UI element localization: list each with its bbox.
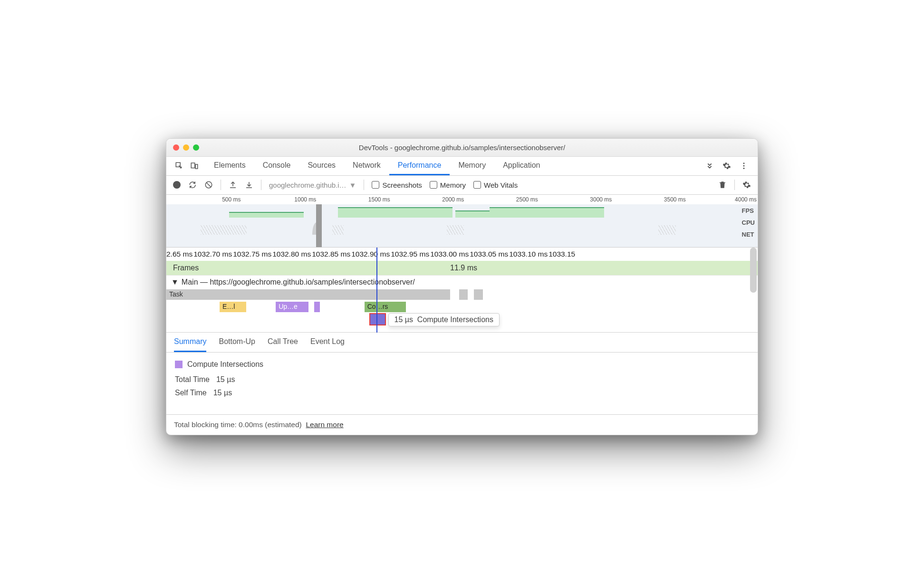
tab-call-tree[interactable]: Call Tree: [268, 337, 298, 352]
tab-network[interactable]: Network: [344, 157, 389, 175]
panel-tabs: Elements Console Sources Network Perform…: [166, 157, 758, 176]
task-bar[interactable]: [474, 289, 483, 300]
frames-lane[interactable]: Frames 11.9 ms: [166, 261, 758, 275]
playhead[interactable]: [376, 248, 377, 333]
task-bar[interactable]: [459, 289, 468, 300]
svg-rect-2: [195, 164, 198, 169]
page-selector[interactable]: googlechrome.github.i… ▼: [269, 181, 356, 189]
fps-lane: [166, 207, 739, 218]
svg-point-3: [743, 162, 745, 164]
gear-icon[interactable]: [722, 162, 731, 170]
window-title: DevTools - googlechrome.github.io/sample…: [166, 143, 758, 152]
flame-event-purple[interactable]: Up…e: [276, 302, 308, 312]
fps-label: FPS: [742, 207, 755, 214]
scrollbar[interactable]: [750, 248, 757, 293]
cpu-label: CPU: [742, 219, 755, 226]
footer: Total blocking time: 0.00ms (estimated) …: [166, 414, 758, 435]
tab-sources[interactable]: Sources: [299, 157, 344, 175]
more-tabs-icon[interactable]: [705, 162, 714, 170]
main-thread-header[interactable]: ▼ Main — https://googlechrome.github.io/…: [166, 275, 758, 289]
memory-checkbox[interactable]: Memory: [430, 181, 466, 189]
blocking-time-text: Total blocking time: 0.00ms (estimated): [174, 420, 302, 429]
flame-event-green[interactable]: Co…rs: [365, 302, 406, 312]
summary-panel: Compute Intersections Total Time15 µs Se…: [166, 353, 758, 414]
zoom-window-button[interactable]: [193, 144, 199, 151]
titlebar[interactable]: DevTools - googlechrome.github.io/sample…: [166, 139, 758, 157]
minimize-window-button[interactable]: [183, 144, 189, 151]
self-time-label: Self Time: [175, 389, 207, 397]
inspect-element-icon[interactable]: [175, 162, 183, 170]
download-icon[interactable]: [245, 181, 253, 189]
detail-tabs: Summary Bottom-Up Call Tree Event Log: [166, 333, 758, 353]
total-time-label: Total Time: [175, 375, 210, 384]
performance-toolbar: googlechrome.github.i… ▼ Screenshots Mem…: [166, 176, 758, 195]
frame-duration: 11.9 ms: [450, 264, 477, 272]
svg-rect-1: [191, 163, 195, 168]
svg-point-4: [743, 165, 745, 167]
close-window-button[interactable]: [173, 144, 179, 151]
total-time-value: 15 µs: [216, 375, 235, 384]
web-vitals-checkbox[interactable]: Web Vitals: [473, 181, 518, 189]
device-toolbar-icon[interactable]: [190, 162, 199, 170]
devtools-window: DevTools - googlechrome.github.io/sample…: [166, 138, 758, 435]
tab-summary[interactable]: Summary: [174, 337, 206, 352]
self-time-value: 15 µs: [213, 389, 232, 397]
upload-icon[interactable]: [229, 181, 237, 189]
tab-elements[interactable]: Elements: [205, 157, 254, 175]
window-controls: [173, 144, 199, 151]
task-bar[interactable]: Task: [166, 289, 450, 300]
frames-label: Frames: [166, 264, 199, 272]
svg-point-5: [743, 168, 745, 169]
learn-more-link[interactable]: Learn more: [306, 420, 343, 429]
flame-event-yellow[interactable]: E…l: [220, 302, 246, 312]
capture-settings-gear-icon[interactable]: [742, 181, 751, 189]
trash-icon[interactable]: [718, 181, 727, 189]
flame-chart-area[interactable]: 2.65 ms1032.70 ms1032.75 ms1032.80 ms103…: [166, 248, 758, 333]
event-color-swatch: [175, 361, 183, 368]
tab-performance[interactable]: Performance: [389, 157, 450, 175]
main-thread-label: Main — https://googlechrome.github.io/sa…: [182, 278, 415, 286]
flame-event-purple[interactable]: [314, 302, 320, 312]
tab-console[interactable]: Console: [254, 157, 299, 175]
tab-event-log[interactable]: Event Log: [310, 337, 345, 352]
timeline-overview[interactable]: 500 ms 1000 ms 1500 ms 2000 ms 2500 ms 3…: [166, 195, 758, 248]
event-tooltip: 15 µs Compute Intersections: [388, 313, 500, 326]
kebab-menu-icon[interactable]: [740, 162, 748, 170]
tab-application[interactable]: Application: [494, 157, 549, 175]
clear-icon[interactable]: [204, 181, 213, 189]
overview-ruler: 500 ms 1000 ms 1500 ms 2000 ms 2500 ms 3…: [166, 195, 758, 204]
screenshots-checkbox[interactable]: Screenshots: [372, 181, 422, 189]
cpu-lane: [166, 220, 739, 235]
flame-chart[interactable]: Task E…l Up…e Co…rs 15 µs Compute Inters…: [166, 289, 758, 333]
overview-viewport-handle[interactable]: [316, 204, 322, 247]
record-button[interactable]: [173, 181, 181, 189]
event-name: Compute Intersections: [187, 360, 263, 369]
page-selector-label: googlechrome.github.i…: [269, 181, 346, 189]
tab-memory[interactable]: Memory: [450, 157, 494, 175]
reload-icon[interactable]: [188, 181, 197, 189]
net-label: NET: [742, 231, 755, 238]
detail-ruler: 2.65 ms1032.70 ms1032.75 ms1032.80 ms103…: [166, 248, 758, 261]
chevron-down-icon[interactable]: ▼: [171, 278, 179, 286]
tab-bottom-up[interactable]: Bottom-Up: [219, 337, 255, 352]
selected-event-compute-intersections[interactable]: [370, 314, 385, 325]
